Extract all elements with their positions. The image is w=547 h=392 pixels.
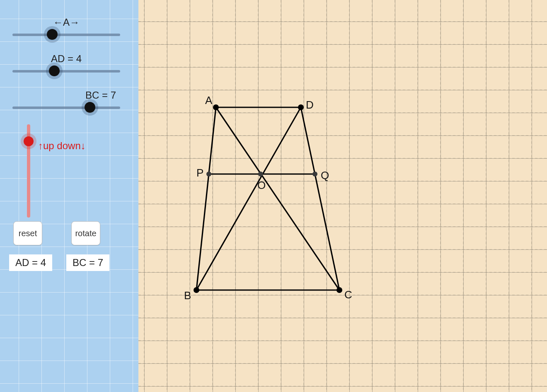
label-P: P (196, 167, 203, 179)
app-root: ←A→ AD = 4 BC = 7 ↑up down↓ res (0, 0, 547, 392)
slider-ad-label: AD = 4 (12, 53, 120, 65)
figure-edges (196, 107, 339, 290)
reset-button-label: reset (19, 229, 37, 238)
slider-a-track[interactable] (12, 31, 120, 39)
point-D (298, 104, 304, 110)
grid-vertical (144, 0, 532, 392)
slider-ad-thumb[interactable] (49, 65, 60, 76)
grid-lines (138, 0, 547, 392)
readout-bc-text: BC = 7 (73, 257, 103, 269)
point-P (206, 172, 211, 177)
readout-ad-text: AD = 4 (15, 257, 46, 269)
point-A (213, 104, 219, 110)
readout-ad: AD = 4 (9, 254, 52, 271)
grid-horizontal (138, 0, 547, 386)
geometry-svg: A D B C O P Q (138, 0, 547, 392)
label-B: B (184, 289, 191, 302)
point-B (194, 287, 199, 293)
label-Q: Q (321, 169, 329, 181)
slider-ad-track[interactable] (12, 67, 120, 75)
slider-bc-label: BC = 7 (12, 90, 120, 101)
slider-a-label: ←A→ (12, 17, 120, 28)
sidebar-panel: ←A→ AD = 4 BC = 7 ↑up down↓ res (0, 0, 138, 392)
slider-a-thumb[interactable] (47, 29, 58, 40)
slider-updown-label: ↑up down↓ (38, 140, 86, 152)
slider-bc-track[interactable] (12, 104, 120, 112)
label-O: O (257, 179, 266, 191)
slider-bc[interactable]: BC = 7 (12, 90, 120, 112)
slider-updown[interactable] (23, 124, 36, 218)
point-O (258, 172, 263, 177)
slider-bc-thumb[interactable] (85, 102, 95, 113)
geometry-canvas[interactable]: A D B C O P Q (138, 0, 547, 392)
rotate-button-label: rotate (75, 229, 96, 238)
slider-a[interactable]: ←A→ (12, 17, 120, 39)
edge-BD (196, 107, 301, 290)
point-Q (312, 172, 317, 177)
slider-updown-thumb[interactable] (24, 136, 34, 146)
edge-AB (196, 107, 216, 290)
label-C: C (344, 288, 352, 301)
rotate-button[interactable]: rotate (71, 221, 100, 245)
slider-ad[interactable]: AD = 4 (12, 53, 120, 75)
point-C (336, 287, 342, 293)
label-D: D (306, 99, 314, 111)
reset-button[interactable]: reset (13, 221, 42, 245)
edge-AC (216, 107, 339, 290)
readout-bc: BC = 7 (66, 254, 109, 271)
label-A: A (205, 94, 213, 106)
